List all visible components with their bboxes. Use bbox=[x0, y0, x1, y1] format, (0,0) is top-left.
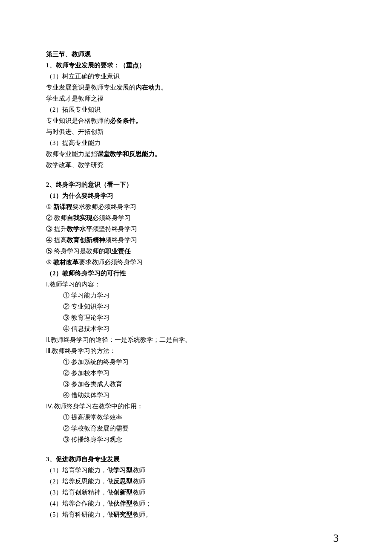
s1-l2a: 专业发展意识是教师专业发展的 bbox=[46, 84, 135, 91]
heading-1: 1、教师专业发展的要求：（重点） bbox=[46, 60, 346, 70]
s2-r3-2: ② 参加校本学习 bbox=[46, 368, 346, 378]
s2-i2c: 必须终身学习 bbox=[92, 214, 131, 221]
s2-i6a: ⑥ bbox=[46, 259, 53, 266]
s1-l2: 专业发展意识是教师专业发展的内在动力。 bbox=[46, 82, 346, 92]
s2-r3-3: ③ 参加各类成人教育 bbox=[46, 379, 346, 389]
s3-l3c: 教师 bbox=[133, 489, 145, 496]
s3-l4b: 伙伴型 bbox=[113, 500, 133, 507]
s2-i4a: ④ 提高 bbox=[46, 237, 67, 243]
s3-l5b: 研究型 bbox=[113, 511, 133, 518]
s1-l1: （1）树立正确的专业意识 bbox=[46, 71, 346, 81]
s2-r4-2: ② 学校教育发展的需要 bbox=[46, 423, 346, 434]
s2-i5a: ⑤ 终身学习是教师的 bbox=[46, 248, 105, 254]
heading-2: 2、终身学习的意识（看一下） bbox=[46, 179, 346, 190]
s2-r4-1: ① 提高课堂教学效率 bbox=[46, 412, 346, 422]
s2-i1: ① 新课程要求教师必须终身学习 bbox=[46, 202, 346, 212]
s2-i2b: 自我实现 bbox=[67, 214, 92, 221]
s3-l3a: （3）培育创新精神，做 bbox=[46, 489, 113, 496]
s3-l2a: （2）培养反思能力，做 bbox=[46, 478, 113, 485]
s3-l3b: 创新型 bbox=[113, 489, 133, 496]
s1-l8b: 课堂教学和反思能力。 bbox=[97, 150, 161, 157]
s1-l9: 教学改革、教学研究 bbox=[46, 160, 346, 170]
s3-l4c: 教师； bbox=[133, 500, 152, 507]
s2-i4c: 须终身学习 bbox=[105, 237, 137, 243]
s2-r3-1: ① 参加系统的终身学习 bbox=[46, 357, 346, 367]
s2-i3: ③ 提升教学水平须坚持终身学习 bbox=[46, 224, 346, 234]
s3-l1c: 教师 bbox=[133, 467, 145, 474]
s2-i3c: 须坚持终身学习 bbox=[92, 225, 137, 232]
s2-i6b: 教材改革 bbox=[53, 259, 79, 266]
s1-l5b: 必备条件。 bbox=[110, 117, 142, 124]
s2-i1a: ① bbox=[46, 203, 53, 210]
s2-sub1: （1）为什么要终身学习 bbox=[46, 191, 346, 201]
s2-r1-1: ① 学习能力学习 bbox=[46, 290, 346, 301]
s3-l5: （5）培育科研能力，做研究型教师。 bbox=[46, 509, 346, 520]
s2-r4: Ⅳ.教师终身学习在教学中的作用： bbox=[46, 401, 346, 411]
s2-r4-3: ③ 传播终身学习观念 bbox=[46, 434, 346, 445]
s3-l2b: 反思型 bbox=[113, 478, 133, 485]
s1-l6: 与时俱进、开拓创新 bbox=[46, 127, 346, 137]
s1-l3: 学生成才是教师之福 bbox=[46, 93, 346, 104]
s3-l3: （3）培育创新精神，做创新型教师 bbox=[46, 487, 346, 497]
s3-l1: （1）培育学习能力，做学习型教师 bbox=[46, 465, 346, 475]
s3-l2: （2）培养反思能力，做反思型教师 bbox=[46, 476, 346, 486]
s3-l5a: （5）培育科研能力，做 bbox=[46, 511, 113, 518]
s2-r1-3: ③ 教育理论学习 bbox=[46, 312, 346, 323]
s2-sub2: （2）教师终身学习的可行性 bbox=[46, 268, 346, 278]
s3-l4a: （4）培养合作能力，做 bbox=[46, 500, 113, 507]
s3-l1a: （1）培育学习能力，做 bbox=[46, 467, 113, 474]
s3-l1b: 学习型 bbox=[113, 467, 133, 474]
s1-l2b: 内在动力。 bbox=[135, 84, 167, 91]
section-title: 第三节、教师观 bbox=[46, 49, 346, 59]
s2-i2a: ② 教师 bbox=[46, 214, 67, 221]
s1-l5a: 专业知识是合格教师的 bbox=[46, 117, 110, 124]
s2-i3b: 教学水平 bbox=[67, 225, 92, 232]
s2-r1: Ⅰ.教师学习的内容： bbox=[46, 279, 346, 289]
s2-r3: Ⅲ.教师终身学习的方法： bbox=[46, 346, 346, 356]
s2-r1-2: ② 专业知识学习 bbox=[46, 301, 346, 312]
s1-l8: 教师专业能力是指课堂教学和反思能力。 bbox=[46, 149, 346, 159]
s2-i6c: 要求教师必须终身学习 bbox=[79, 259, 143, 266]
s1-l5: 专业知识是合格教师的必备条件。 bbox=[46, 116, 346, 126]
s3-l5c: 教师。 bbox=[133, 511, 152, 518]
s2-i5b: 职业责任 bbox=[105, 248, 131, 254]
s2-r1-4: ④ 信息技术学习 bbox=[46, 324, 346, 334]
heading-3: 3、促进教师自身专业发展 bbox=[46, 454, 346, 464]
s3-l2c: 教师 bbox=[133, 478, 145, 485]
s2-i4: ④ 提高教育创新精神须终身学习 bbox=[46, 235, 346, 245]
s2-i2: ② 教师自我实现必须终身学习 bbox=[46, 213, 346, 223]
s2-i4b: 教育创新精神 bbox=[67, 237, 105, 243]
s2-i5: ⑤ 终身学习是教师的职业责任 bbox=[46, 246, 346, 256]
s2-i6: ⑥ 教材改革要求教师必须终身学习 bbox=[46, 257, 346, 267]
heading-1-num: 1、 bbox=[46, 62, 56, 69]
s1-l7: （3）提高专业能力 bbox=[46, 138, 346, 148]
s3-l4: （4）培养合作能力，做伙伴型教师； bbox=[46, 498, 346, 509]
s2-r3-4: ④ 借助媒体学习 bbox=[46, 390, 346, 400]
s2-i3a: ③ 提升 bbox=[46, 225, 67, 232]
s2-i1c: 要求教师必须终身学习 bbox=[72, 203, 136, 210]
s1-l8a: 教师专业能力是指 bbox=[46, 150, 97, 157]
heading-1-title: 教师专业发展的要求：（重点） bbox=[56, 62, 145, 69]
s2-r2: Ⅱ.教师终身学习的途径：一是系统教学；二是自学。 bbox=[46, 335, 346, 345]
s2-i1b: 新课程 bbox=[53, 203, 72, 210]
s1-l4: （2）拓展专业知识 bbox=[46, 104, 346, 115]
page-number: 3 bbox=[333, 529, 339, 547]
